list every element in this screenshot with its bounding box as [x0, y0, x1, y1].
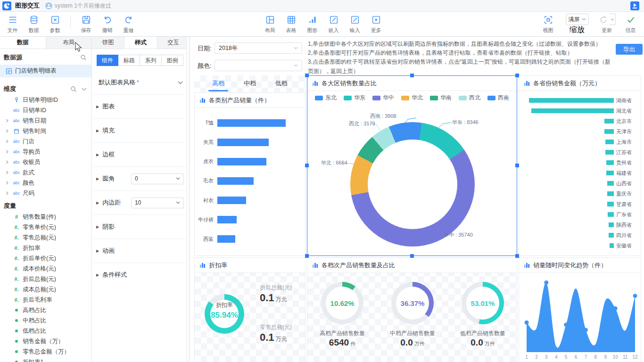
measure-item[interactable]: 销售金额（万） [0, 336, 91, 346]
legend-item[interactable]: 西北 [459, 94, 480, 102]
legend-item[interactable]: 东北 [315, 94, 337, 102]
redo-button[interactable]: 重做 [118, 14, 139, 34]
search-icon[interactable] [70, 86, 77, 92]
dimension-item[interactable]: abc门店 [0, 136, 91, 147]
style-section[interactable]: ▶条件样式 [92, 263, 190, 287]
measure-item[interactable]: 高档占比 [0, 305, 91, 315]
bar[interactable] [606, 160, 614, 165]
selection-handle[interactable] [515, 254, 519, 258]
style-section[interactable]: ▶阴影 [92, 214, 190, 239]
dimension-item[interactable]: abc尺码 [0, 188, 91, 198]
tab-style[interactable]: 样式 [124, 37, 157, 49]
file-button[interactable]: 文件 [2, 14, 23, 34]
zoom-select[interactable]: 满屏 [566, 14, 589, 25]
undo-button[interactable]: 撤销 [97, 14, 118, 34]
selection-handle[interactable] [305, 254, 309, 258]
tab-interaction[interactable]: 交互 [157, 37, 190, 49]
section-value-select[interactable]: 10 [131, 197, 184, 208]
sidebar-tab-layout[interactable]: 布局 [46, 37, 92, 49]
measure-item[interactable]: #.折后毛利率 [0, 295, 91, 305]
measure-item[interactable]: #.成本总额(元) [0, 284, 91, 295]
date-filter-select[interactable]: 2018年 [215, 42, 302, 54]
tab-pie[interactable]: 饼图 [92, 37, 124, 49]
bar[interactable] [604, 129, 614, 134]
style-section[interactable]: ▶图表 [92, 94, 190, 118]
sidebar-tab-data[interactable]: 数据 [0, 37, 46, 49]
measure-item[interactable]: #.零售总额(元) [0, 232, 91, 243]
legend-item[interactable]: 华北 [401, 94, 423, 102]
legend-item[interactable]: 西南 [487, 94, 509, 102]
default-chart-style[interactable]: 默认图表风格 * [92, 72, 190, 94]
dimension-item[interactable]: abc导购员 [0, 147, 91, 157]
bar[interactable] [610, 243, 614, 248]
embed-button[interactable]: 嵌入 [323, 14, 344, 34]
measure-item[interactable]: 中档占比 [0, 315, 91, 326]
bar[interactable] [604, 119, 614, 123]
region-share-panel[interactable]: 各大区销售数量占比 东北华东华中华北华南西北西南 华东 : 8346华中 : 3… [307, 75, 517, 256]
measure-item[interactable]: 低档占比 [0, 326, 91, 336]
section-value-select[interactable]: 0 [131, 173, 184, 184]
bar[interactable] [217, 139, 269, 146]
subtab-series[interactable]: 系列 [140, 55, 162, 66]
tier-tab-中档[interactable]: 中档 [243, 76, 257, 91]
bar[interactable] [217, 158, 266, 165]
selection-handle[interactable] [515, 164, 519, 167]
legend-item[interactable]: 华东 [344, 94, 365, 102]
selection-handle[interactable] [410, 74, 414, 77]
style-section[interactable]: ▶填充 [92, 118, 190, 142]
color-filter-select[interactable] [215, 60, 302, 71]
style-section[interactable]: ▶边框 [92, 142, 190, 166]
bar[interactable] [529, 98, 614, 103]
update-dropdown[interactable] [609, 14, 616, 25]
input-button[interactable]: 输入 [344, 14, 365, 34]
region-donut[interactable] [350, 122, 475, 247]
save-button[interactable]: 保存 [75, 14, 97, 34]
bar[interactable] [607, 181, 614, 186]
measure-item[interactable]: 折扣率1 [0, 357, 91, 362]
tier-tab-低档[interactable]: 低档 [274, 76, 289, 91]
dimension-item[interactable]: abc日销单ID [0, 105, 91, 115]
bar[interactable] [607, 191, 614, 196]
more-button[interactable]: 更多 [365, 14, 387, 34]
measure-item[interactable]: #销售数量(件) [0, 212, 91, 222]
selection-handle[interactable] [410, 254, 414, 258]
bar[interactable] [217, 119, 286, 127]
tier-tab-高档[interactable]: 高档 [211, 76, 225, 91]
style-section[interactable]: ▶动画 [92, 239, 190, 263]
datasource-item[interactable]: 门店销售明细表 [0, 65, 91, 77]
dimension-item[interactable]: abc颜色 [0, 178, 91, 188]
bar[interactable] [217, 177, 254, 185]
bar[interactable] [217, 235, 235, 243]
present-button[interactable] [630, 1, 639, 10]
bar[interactable] [608, 212, 614, 217]
measure-item[interactable]: 零售总金额（万） [0, 346, 91, 357]
table-button[interactable]: 表格 [281, 14, 302, 34]
subtab-legend[interactable]: 图例 [162, 55, 183, 66]
selection-handle[interactable] [305, 74, 309, 77]
selection-handle[interactable] [515, 74, 519, 77]
subtab-component[interactable]: 组件 [97, 55, 118, 66]
data-button[interactable]: 数据 [23, 14, 44, 34]
measure-item[interactable]: #.零售单价(元) [0, 222, 91, 232]
measure-item[interactable]: #.折扣率 [0, 243, 91, 253]
bar[interactable] [607, 202, 614, 206]
legend-item[interactable]: 华中 [372, 94, 394, 102]
style-panel-scrollbar[interactable] [186, 37, 190, 362]
legend-item[interactable]: 华南 [430, 94, 452, 102]
bar[interactable] [609, 233, 614, 238]
update-button[interactable]: 更新 [594, 14, 620, 34]
params-button[interactable]: 参数 [44, 14, 66, 34]
export-button[interactable]: 导出 [616, 44, 643, 55]
selection-handle[interactable] [305, 164, 309, 167]
chart-button[interactable]: 图形 [302, 14, 323, 34]
trend-area-chart[interactable]: 123456789101112 [519, 273, 641, 362]
subtab-title[interactable]: 标题 [118, 55, 140, 66]
bar[interactable] [606, 171, 614, 175]
dimension-item[interactable]: abc款式 [0, 167, 91, 178]
view-button[interactable]: 视图 [537, 14, 559, 34]
bar[interactable] [609, 222, 614, 227]
style-section[interactable]: ▶圆角0 [92, 166, 190, 190]
style-section[interactable]: ▶内边距10 [92, 190, 190, 214]
bar[interactable] [605, 150, 614, 155]
layout-button[interactable]: 布局 [259, 14, 281, 34]
